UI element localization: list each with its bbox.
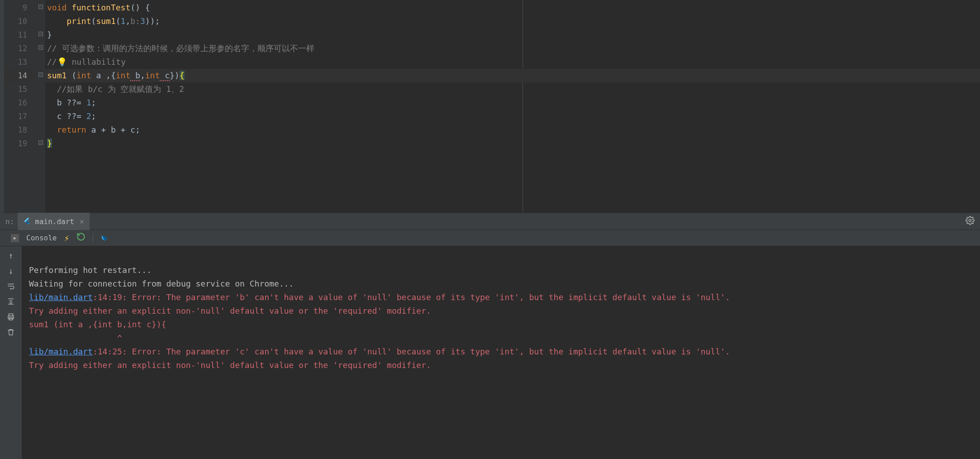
console-error-caret: ^ — [29, 333, 122, 343]
code-line[interactable]: //如果 b/c 为 空就赋值为 1、2 — [45, 82, 980, 96]
code-text: c ??= — [47, 111, 86, 121]
console-error-line: lib/main.dart:14:19: Error: The paramete… — [29, 292, 730, 302]
type: int — [76, 71, 91, 80]
function-call: sum1 — [96, 16, 115, 26]
code-line[interactable]: //💡 nullability — [45, 55, 980, 69]
code-text: )); — [145, 16, 160, 26]
keyword: return — [57, 125, 86, 134]
code-text — [47, 16, 67, 26]
line-number[interactable]: 14 — [5, 69, 36, 82]
fold-marker-icon[interactable]: - — [38, 5, 43, 9]
error-text: :14:25: Error: The parameter 'c' can't h… — [93, 347, 730, 356]
code-editor[interactable]: void functionTest() { print(sum1(1,b:3))… — [45, 0, 980, 213]
code-text: , — [125, 16, 130, 26]
code-text: ; — [91, 111, 96, 121]
arrow-up-icon[interactable]: ↑ — [6, 251, 15, 260]
line-number[interactable]: 12 — [5, 42, 36, 55]
run-tab-label: main.dart — [35, 217, 74, 226]
number: 2 — [86, 111, 91, 121]
console-line: Performing hot restart... — [29, 265, 152, 275]
line-number[interactable]: 9 — [5, 1, 36, 14]
keyword: void — [47, 3, 67, 12]
console-panel: ↑ ↓ Performing hot restart... Waiting fo… — [0, 246, 980, 459]
parameter-hint: b: — [130, 16, 140, 26]
console-error-line: Try adding either an explicit non-'null'… — [29, 360, 431, 370]
fold-marker-icon[interactable]: - — [38, 45, 43, 50]
soft-wrap-icon[interactable] — [6, 282, 15, 291]
line-number-gutter[interactable]: 9 10 11 12 13 14 15 16 17 18 19 — [5, 0, 36, 213]
file-link[interactable]: lib/main.dart — [29, 292, 93, 302]
console-error-line: lib/main.dart:14:25: Error: The paramete… — [29, 347, 730, 356]
code-text: () { — [130, 3, 150, 12]
line-number[interactable]: 10 — [5, 14, 36, 28]
code-line[interactable]: sum1 (int a ,{int b,int c}){ — [45, 69, 980, 82]
line-number[interactable]: 17 — [5, 110, 36, 123]
code-line[interactable]: return a + b + c; — [45, 123, 980, 137]
run-tab-bar: n: main.dart × — [0, 213, 980, 230]
code-text: b ??= — [47, 98, 86, 107]
code-text: ( — [91, 16, 96, 26]
console-output[interactable]: Performing hot restart... Waiting for co… — [22, 246, 980, 459]
arrow-down-icon[interactable]: ↓ — [6, 266, 15, 275]
function-call: print — [67, 16, 91, 26]
brace-match: } — [47, 139, 52, 148]
line-number[interactable]: 13 — [5, 55, 36, 69]
console-error-line: Try adding either an explicit non-'null'… — [29, 306, 431, 316]
code-line[interactable]: } — [45, 137, 980, 150]
code-text: }) — [170, 71, 180, 80]
toolbar-divider — [93, 234, 93, 243]
hot-reload-icon[interactable]: ⚡ — [64, 233, 69, 244]
code-line[interactable]: b ??= 1; — [45, 96, 980, 110]
number: 3 — [140, 16, 145, 26]
bulb-icon[interactable]: 💡 — [57, 57, 67, 67]
line-number[interactable]: 15 — [5, 82, 36, 96]
console-error-line: sum1 (int a ,{int b,int c}){ — [29, 320, 166, 329]
fold-marker-icon[interactable]: - — [38, 32, 43, 36]
comment: //如果 b/c 为 空就赋值为 1、2 — [47, 84, 184, 94]
function-name: functionTest — [67, 3, 130, 12]
error-token: b — [130, 71, 140, 81]
file-link[interactable]: lib/main.dart — [29, 347, 93, 356]
code-text: a + b + c; — [86, 125, 140, 134]
close-icon[interactable]: × — [80, 217, 84, 226]
number: 1 — [121, 16, 126, 26]
brace-match: { — [180, 71, 185, 80]
scroll-to-end-icon[interactable] — [6, 297, 15, 306]
console-toolbar: Console ⚡ — [0, 230, 980, 246]
run-panel-label: n: — [2, 217, 18, 226]
error-text: :14:19: Error: The parameter 'b' can't h… — [93, 292, 730, 302]
code-line[interactable]: } — [45, 28, 980, 42]
right-margin-guide — [523, 0, 523, 213]
console-line: Waiting for connection from debug servic… — [29, 279, 294, 288]
console-tab-label[interactable]: Console — [26, 234, 57, 242]
code-text: a ,{ — [91, 71, 116, 80]
line-number[interactable]: 19 — [5, 137, 36, 150]
hot-restart-icon[interactable] — [76, 232, 86, 244]
type: int — [116, 71, 131, 80]
line-number[interactable]: 16 — [5, 96, 36, 110]
devtools-icon[interactable] — [100, 234, 109, 242]
comment: // — [47, 57, 57, 67]
function-name: sum1 — [47, 71, 71, 80]
print-icon[interactable] — [6, 312, 15, 321]
run-tab[interactable]: main.dart × — [18, 213, 89, 230]
code-line[interactable]: c ??= 2; — [45, 110, 980, 123]
console-side-toolbar: ↑ ↓ — [0, 246, 22, 459]
console-run-icon[interactable] — [11, 234, 19, 242]
code-line[interactable]: print(sum1(1,b:3)); — [45, 14, 980, 28]
comment: // 可选参数：调用的方法的时候，必须带上形参的名字，顺序可以不一样 — [47, 43, 314, 53]
code-line[interactable]: void functionTest() { — [45, 1, 980, 14]
trash-icon[interactable] — [6, 328, 15, 337]
error-token: c — [160, 71, 170, 81]
line-number[interactable]: 18 — [5, 123, 36, 137]
code-line[interactable]: // 可选参数：调用的方法的时候，必须带上形参的名字，顺序可以不一样 — [45, 42, 980, 55]
fold-marker-icon[interactable]: - — [38, 140, 43, 145]
code-text — [47, 125, 57, 134]
editor-left-strip — [0, 0, 5, 213]
number: 1 — [86, 98, 91, 107]
gear-icon[interactable] — [966, 216, 975, 227]
editor-pane: 9 10 11 12 13 14 15 16 17 18 19 - - - - … — [0, 0, 980, 213]
fold-marker-icon[interactable]: - — [38, 72, 43, 77]
line-number[interactable]: 11 — [5, 28, 36, 42]
fold-column[interactable]: - - - - - — [36, 0, 45, 213]
